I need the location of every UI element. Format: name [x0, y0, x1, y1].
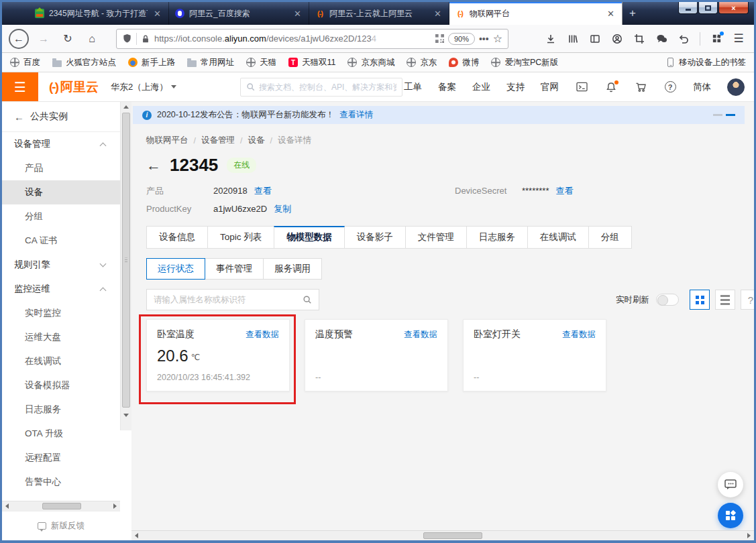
- property-search-input[interactable]: [154, 295, 297, 304]
- scroll-right-arrow[interactable]: [744, 531, 754, 540]
- scroll-up-arrow[interactable]: [121, 102, 131, 112]
- feedback-chat-fab[interactable]: [718, 472, 743, 497]
- tab-log-service[interactable]: 日志服务: [466, 226, 528, 249]
- sidebar-item-device-simulator[interactable]: 设备模拟器: [2, 373, 120, 398]
- tab-file-management[interactable]: 文件管理: [405, 226, 467, 249]
- sidebar-item-ops-dashboard[interactable]: 运维大盘: [2, 325, 120, 349]
- search-icon[interactable]: [303, 295, 312, 304]
- product-menu-icon[interactable]: ☰: [2, 72, 38, 101]
- minimize-button[interactable]: [678, 2, 698, 14]
- downloads-icon[interactable]: [545, 33, 557, 45]
- sidebar-item-ota[interactable]: OTA 升级: [2, 422, 120, 446]
- sidebar-item-groups[interactable]: 分组: [2, 204, 120, 229]
- pager-dash-active[interactable]: [726, 114, 735, 116]
- subtab-running-status[interactable]: 运行状态: [146, 258, 205, 280]
- feedback-button[interactable]: 新版反馈: [2, 511, 120, 540]
- breadcrumb-iot-platform[interactable]: 物联网平台: [146, 135, 188, 146]
- sidebar-item-log-service[interactable]: 日志服务: [2, 398, 120, 422]
- scrollbar-thumb[interactable]: [42, 503, 81, 509]
- tab-close-icon[interactable]: ✕: [433, 9, 443, 19]
- bookmark-folder-common[interactable]: 常用网址: [187, 57, 234, 68]
- scroll-down-arrow[interactable]: [121, 410, 131, 420]
- tab-close-icon[interactable]: ✕: [152, 9, 162, 19]
- nav-tickets[interactable]: 工单: [404, 81, 422, 93]
- browser-tab-aliyun[interactable]: (-) 阿里云-上云就上阿里云 ✕: [309, 2, 449, 25]
- bookmark-tmall[interactable]: 天猫: [246, 57, 276, 68]
- view-secret-link[interactable]: 查看: [555, 186, 573, 196]
- bookmark-folder-firefox[interactable]: 火狐官方站点: [52, 57, 116, 68]
- library-icon[interactable]: [567, 33, 579, 45]
- bookmark-aitaobao[interactable]: 爱淘宝PC新版: [491, 57, 558, 68]
- view-data-link[interactable]: 查看数据: [562, 329, 596, 341]
- scroll-right-arrow[interactable]: [110, 501, 120, 511]
- view-data-link[interactable]: 查看数据: [246, 329, 279, 341]
- list-view-button[interactable]: [715, 290, 735, 310]
- nav-support[interactable]: 支持: [506, 81, 525, 93]
- new-tab-button[interactable]: +: [623, 2, 643, 25]
- sidebar-group-rules-engine[interactable]: 规则引擎: [2, 253, 120, 277]
- nav-icp[interactable]: 备案: [438, 81, 456, 93]
- forward-button[interactable]: →: [34, 29, 53, 48]
- nav-enterprise[interactable]: 企业: [472, 81, 490, 93]
- language-selector[interactable]: 简体: [693, 81, 711, 93]
- instance-back[interactable]: ← 公共实例: [2, 102, 120, 132]
- card-view-button[interactable]: [690, 290, 710, 310]
- quick-apps-fab[interactable]: [718, 503, 743, 528]
- pager-dash[interactable]: [713, 114, 722, 116]
- page-actions-icon[interactable]: •••: [479, 34, 489, 44]
- breadcrumb-devices[interactable]: 设备: [248, 135, 264, 146]
- tab-topic-list[interactable]: Topic 列表: [207, 226, 274, 249]
- scrollbar-thumb[interactable]: [423, 532, 482, 539]
- tab-thing-model-data[interactable]: 物模型数据: [274, 226, 345, 249]
- sidebar-group-device-management[interactable]: 设备管理: [2, 132, 120, 156]
- tab-device-shadow[interactable]: 设备影子: [344, 226, 406, 249]
- bookmark-jd-mall[interactable]: 京东商城: [347, 57, 394, 68]
- cart-icon[interactable]: [634, 80, 647, 94]
- console-search-input[interactable]: [259, 82, 396, 92]
- tab-device-info[interactable]: 设备信息: [146, 226, 208, 249]
- tab-close-icon[interactable]: ✕: [606, 9, 616, 19]
- page-horizontal-scrollbar[interactable]: [131, 530, 754, 540]
- aliyun-logo[interactable]: (-) 阿里云: [49, 78, 99, 96]
- back-arrow[interactable]: ←: [146, 158, 161, 173]
- user-avatar[interactable]: [727, 78, 745, 96]
- sidebar-item-alert-center[interactable]: 告警中心: [2, 470, 120, 494]
- account-icon[interactable]: [611, 33, 623, 45]
- copy-productkey-link[interactable]: 复制: [274, 204, 291, 214]
- bookmark-jd[interactable]: 京东: [407, 57, 437, 68]
- cloudshell-icon[interactable]: [575, 80, 588, 94]
- bookmark-tmall11[interactable]: T天猫双11: [288, 57, 335, 68]
- close-button[interactable]: ×: [718, 2, 749, 14]
- qr-code-icon[interactable]: [435, 34, 444, 43]
- sidebar-item-remote-config[interactable]: 远程配置: [2, 446, 120, 470]
- view-data-link[interactable]: 查看数据: [404, 329, 437, 341]
- bookmark-star-icon[interactable]: ☆: [493, 32, 502, 45]
- breadcrumb-device-management[interactable]: 设备管理: [201, 135, 235, 146]
- sidebar-item-products[interactable]: 产品: [2, 156, 120, 180]
- scroll-left-arrow[interactable]: [2, 501, 12, 511]
- subtab-event-management[interactable]: 事件管理: [205, 258, 264, 280]
- scrollbar-thumb[interactable]: [122, 113, 130, 408]
- realtime-refresh-toggle[interactable]: [656, 294, 679, 306]
- property-search[interactable]: [146, 289, 319, 310]
- address-bar[interactable]: https://iot.console.aliyun.com/devices/a…: [116, 29, 508, 49]
- bookmark-weibo[interactable]: 微博: [449, 57, 479, 68]
- bookmark-getting-started[interactable]: 新手上路: [128, 57, 175, 68]
- nav-official-site[interactable]: 官网: [541, 81, 559, 93]
- view-product-link[interactable]: 查看: [254, 186, 272, 196]
- undo-session-icon[interactable]: [678, 33, 690, 45]
- browser-tab-2345[interactable]: 2345网址导航 - 致力于打造百 ✕: [29, 2, 169, 25]
- browser-tab-baidu-search[interactable]: 阿里云_百度搜索 ✕: [169, 2, 309, 25]
- announcement-link[interactable]: 查看详情: [339, 109, 373, 121]
- help-icon[interactable]: ?: [663, 80, 677, 94]
- zoom-level-badge[interactable]: 90%: [448, 33, 475, 45]
- reload-button[interactable]: ↻: [58, 29, 77, 48]
- sidebar-horizontal-scrollbar[interactable]: [2, 501, 120, 511]
- subtab-service-invocation[interactable]: 服务调用: [263, 258, 322, 280]
- wechat-chat-icon[interactable]: [655, 33, 667, 45]
- notifications-bell-icon[interactable]: [604, 80, 618, 94]
- screenshot-icon[interactable]: [633, 33, 645, 45]
- sidebar-item-realtime-monitor[interactable]: 实时监控: [2, 301, 120, 325]
- tracking-shield-icon[interactable]: [122, 34, 132, 44]
- help-button[interactable]: ?: [741, 290, 754, 310]
